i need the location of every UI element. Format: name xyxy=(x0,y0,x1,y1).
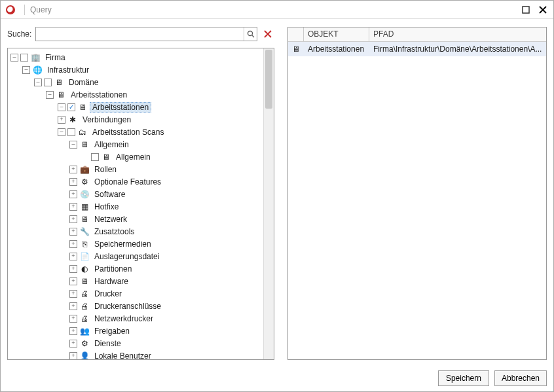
cell-path: Firma\Infrastruktur\Domäne\Arbeitsstatio… xyxy=(369,45,546,54)
tree-item[interactable]: –🏢Firma xyxy=(10,51,263,63)
expand-icon[interactable]: + xyxy=(69,290,77,298)
results-grid: OBJEKT PFAD 🖥ArbeitsstationenFirma\Infra… xyxy=(287,27,547,360)
expand-icon[interactable]: + xyxy=(69,253,77,260)
collapse-icon[interactable]: – xyxy=(58,128,65,136)
collapse-icon[interactable]: – xyxy=(34,79,42,86)
save-button[interactable]: Speichern xyxy=(438,370,489,386)
collapse-icon[interactable]: – xyxy=(22,66,30,74)
tree-item-label: Domäne xyxy=(66,77,101,88)
ws-icon: 🖥 xyxy=(56,90,66,100)
tree-item[interactable]: +▦Hotfixe xyxy=(10,200,263,213)
company-icon: 🏢 xyxy=(30,52,41,63)
tree-scrollbar[interactable] xyxy=(263,48,274,359)
tree-item-label: Allgemein xyxy=(113,152,153,162)
collapse-icon[interactable]: – xyxy=(69,141,77,149)
expand-icon[interactable]: + xyxy=(69,240,77,248)
tree-item[interactable]: +👤Lokale Benutzer xyxy=(10,349,263,359)
expand-icon[interactable]: + xyxy=(69,166,77,173)
tree-item-label: Firma xyxy=(43,52,68,63)
tree-item[interactable]: +◐Partitionen xyxy=(10,262,263,275)
expand-icon[interactable]: + xyxy=(69,340,77,347)
search-clear-icon[interactable] xyxy=(261,27,274,41)
grid-header: OBJEKT PFAD xyxy=(288,27,546,42)
checkbox[interactable] xyxy=(67,128,75,136)
globe-icon: 🌐 xyxy=(32,65,43,75)
expand-icon[interactable]: + xyxy=(69,302,77,310)
grid-header-icon-col[interactable] xyxy=(288,27,304,41)
checkbox[interactable] xyxy=(44,79,52,86)
expand-icon[interactable]: + xyxy=(69,228,77,236)
tree-panel: –🏢Firma–🌐Infrastruktur–🖥Domäne–🖥Arbeitss… xyxy=(7,48,274,360)
search-row: Suche: xyxy=(7,27,274,41)
tree-item[interactable]: –🖥Allgemein xyxy=(10,138,263,151)
maximize-icon[interactable] xyxy=(521,5,531,15)
expand-icon[interactable]: + xyxy=(69,190,77,198)
tree-scroll[interactable]: –🏢Firma–🌐Infrastruktur–🖥Domäne–🖥Arbeitss… xyxy=(8,48,263,359)
titlebar-divider xyxy=(24,5,25,15)
expand-icon[interactable]: + xyxy=(69,277,77,285)
collapse-icon[interactable]: – xyxy=(46,91,54,99)
feat-icon: ⚙ xyxy=(79,177,90,187)
left-column: Suche: –🏢Firma–🌐Infrastruktur–🖥Domäne–🖥A… xyxy=(7,27,274,360)
tree-item[interactable]: +🖥Hardware xyxy=(10,275,263,287)
expand-icon[interactable]: + xyxy=(58,116,65,124)
expand-icon[interactable]: + xyxy=(69,352,77,360)
scrollbar-thumb[interactable] xyxy=(265,50,272,109)
tree-item[interactable]: +🖥Netzwerk xyxy=(10,213,263,225)
tree-item[interactable]: +🔧Zusatztools xyxy=(10,225,263,238)
tree-item-label: Arbeitsstationen xyxy=(68,90,130,100)
tree-item[interactable]: –🖥Domäne xyxy=(10,76,263,88)
tree-item[interactable]: +⚙Dienste xyxy=(10,337,263,349)
tree-item-label: Freigaben xyxy=(92,326,132,336)
expand-icon[interactable]: + xyxy=(69,265,77,273)
table-row[interactable]: 🖥ArbeitsstationenFirma\Infrastruktur\Dom… xyxy=(288,42,546,56)
tree-item[interactable]: –🖥Arbeitsstationen xyxy=(10,88,263,101)
tree-item[interactable]: +⚙Optionale Features xyxy=(10,175,263,188)
tree-item[interactable]: +🖨Druckeranschlüsse xyxy=(10,300,263,312)
tree-item[interactable]: +👥Freigaben xyxy=(10,325,263,337)
svc-icon: ⚙ xyxy=(79,338,90,349)
net-icon: 🖥 xyxy=(79,214,90,224)
collapse-icon[interactable]: – xyxy=(58,103,65,111)
tree-item[interactable]: +💿Software xyxy=(10,188,263,200)
search-icon[interactable] xyxy=(244,27,257,41)
tree-item[interactable]: 🖥Allgemein xyxy=(10,151,263,163)
conn-icon: ✱ xyxy=(67,115,78,125)
tree-item[interactable]: –🌐Infrastruktur xyxy=(10,63,263,76)
svg-rect-0 xyxy=(523,7,529,13)
share-icon: 👥 xyxy=(79,326,90,336)
tree-item[interactable]: +📄Auslagerungsdatei xyxy=(10,250,263,262)
expand-icon[interactable]: + xyxy=(69,315,77,323)
tree-item-label: Auslagerungsdatei xyxy=(92,251,162,262)
checkbox[interactable] xyxy=(20,54,28,62)
tree-item-label: Hardware xyxy=(92,276,131,287)
tree-item-label: Allgemein xyxy=(92,139,132,150)
tree-item-label: Speichermedien xyxy=(92,239,154,249)
checkbox[interactable]: ✓ xyxy=(67,103,75,111)
tree-item[interactable]: +🖨Netzwerkdrucker xyxy=(10,312,263,325)
close-icon[interactable] xyxy=(538,5,548,15)
tree-item-label: Druckeranschlüsse xyxy=(92,301,164,312)
checkbox[interactable] xyxy=(91,153,99,161)
expand-icon[interactable]: + xyxy=(69,178,77,186)
expand-icon[interactable]: + xyxy=(69,327,77,335)
expand-icon[interactable]: + xyxy=(69,203,77,211)
app-icon xyxy=(6,5,15,14)
row-icon: 🖥 xyxy=(288,45,304,54)
tree-item[interactable]: –🗂Arbeitsstation Scans xyxy=(10,126,263,138)
cancel-button[interactable]: Abbrechen xyxy=(494,370,547,386)
search-input[interactable] xyxy=(36,27,244,41)
tree-item[interactable]: +✱Verbindungen xyxy=(10,113,263,126)
right-column: OBJEKT PFAD 🖥ArbeitsstationenFirma\Infra… xyxy=(287,27,547,360)
ws-icon: 🖥 xyxy=(101,152,111,162)
collapse-icon[interactable]: – xyxy=(10,54,18,62)
grid-header-path[interactable]: PFAD xyxy=(369,27,546,41)
expand-icon[interactable]: + xyxy=(69,215,77,223)
tree-item[interactable]: –✓🖥Arbeitsstationen xyxy=(10,101,263,113)
tree-item-label: Drucker xyxy=(92,289,124,299)
tree-item[interactable]: +🖨Drucker xyxy=(10,287,263,300)
grid-header-object[interactable]: OBJEKT xyxy=(304,27,369,41)
tree-item-label: Infrastruktur xyxy=(45,65,92,75)
tree-item[interactable]: +💼Rollen xyxy=(10,163,263,175)
tree-item[interactable]: +⎘Speichermedien xyxy=(10,238,263,250)
